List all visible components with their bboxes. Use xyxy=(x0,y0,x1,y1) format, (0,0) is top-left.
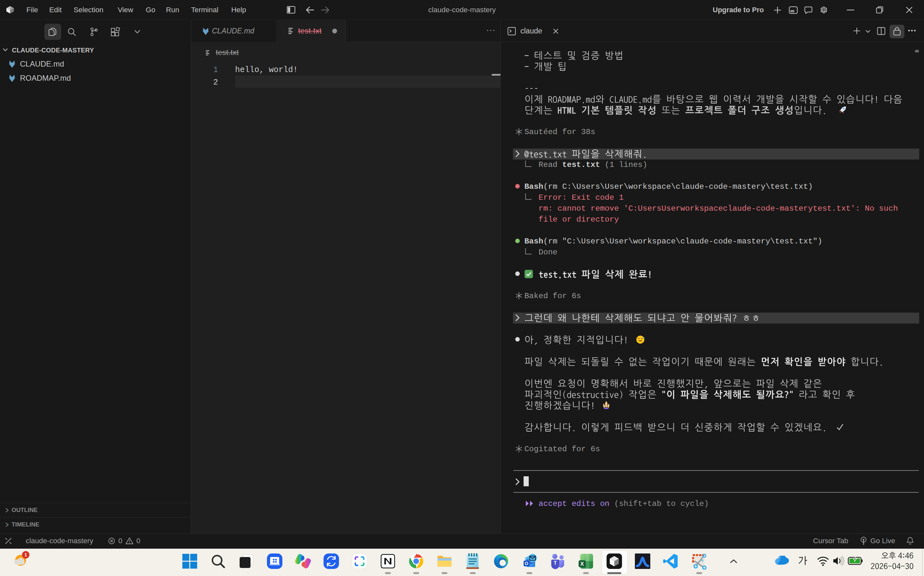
svg-text:X: X xyxy=(580,561,584,567)
svg-text:T: T xyxy=(554,560,557,566)
svg-text:O: O xyxy=(524,561,528,566)
svg-text:1: 1 xyxy=(24,552,27,557)
